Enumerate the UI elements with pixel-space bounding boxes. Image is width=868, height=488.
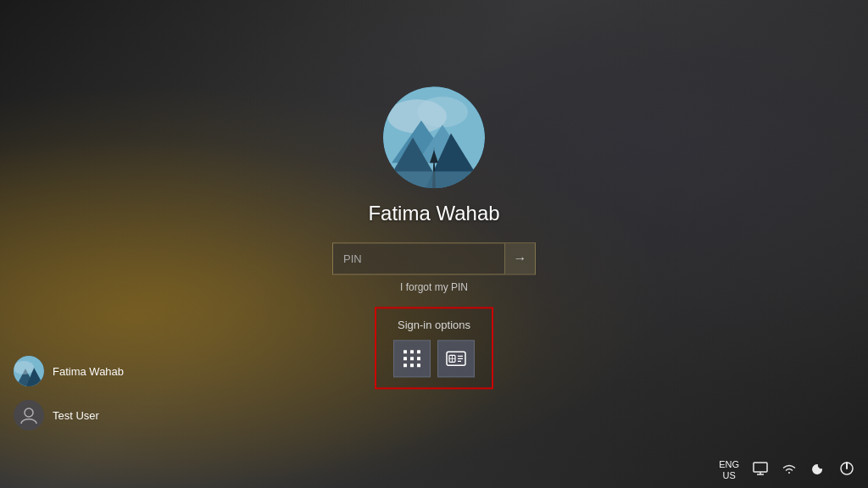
- svg-rect-15: [410, 357, 414, 360]
- keypad-icon: [403, 349, 421, 368]
- arrow-right-icon: →: [514, 251, 527, 266]
- user-list-name-fatima: Fatima Wahab: [53, 365, 124, 378]
- svg-rect-10: [383, 171, 485, 188]
- taskbar: ENG US: [705, 452, 868, 488]
- svg-rect-13: [417, 350, 420, 353]
- sleep-icon[interactable]: [810, 461, 826, 480]
- avatar: [383, 86, 485, 188]
- svg-rect-11: [403, 350, 407, 353]
- region-code: US: [722, 470, 735, 481]
- forgot-pin-link[interactable]: I forgot my PIN: [400, 281, 468, 293]
- user-list-name-test: Test User: [53, 409, 99, 422]
- language-indicator: ENG US: [719, 459, 739, 481]
- svg-rect-12: [410, 350, 414, 353]
- security-key-icon: [446, 349, 466, 368]
- svg-point-3: [417, 97, 468, 127]
- svg-rect-19: [417, 363, 420, 367]
- pin-input[interactable]: [333, 245, 504, 272]
- svg-rect-33: [754, 463, 767, 472]
- monitor-icon[interactable]: [753, 462, 768, 479]
- user-name: Fatima Wahab: [368, 202, 499, 225]
- signin-options-label: Sign-in options: [398, 319, 470, 331]
- signin-icons-row: [393, 340, 475, 377]
- shutdown-icon[interactable]: [839, 461, 854, 480]
- svg-point-32: [25, 408, 33, 417]
- security-key-signin-button[interactable]: [437, 340, 475, 377]
- svg-rect-16: [417, 357, 420, 360]
- pin-input-container: →: [332, 242, 536, 274]
- svg-rect-18: [410, 363, 414, 367]
- generic-user-icon: [19, 406, 38, 424]
- user-list-avatar-fatima: [14, 356, 44, 386]
- svg-rect-14: [403, 357, 407, 360]
- signin-options-box: Sign-in options: [375, 307, 493, 389]
- pin-submit-button[interactable]: →: [504, 243, 535, 274]
- svg-rect-17: [403, 363, 407, 367]
- login-panel: Fatima Wahab → I forgot my PIN Sign-in o…: [298, 86, 570, 389]
- language-code: ENG: [719, 459, 739, 470]
- svg-point-31: [14, 361, 34, 374]
- user-list-item[interactable]: Fatima Wahab: [0, 349, 137, 393]
- user-list: Fatima Wahab Test User: [0, 349, 137, 437]
- wifi-icon[interactable]: [782, 462, 797, 479]
- user-list-avatar-test: [14, 400, 44, 430]
- pin-signin-button[interactable]: [393, 340, 431, 377]
- user-list-item-test[interactable]: Test User: [0, 393, 137, 437]
